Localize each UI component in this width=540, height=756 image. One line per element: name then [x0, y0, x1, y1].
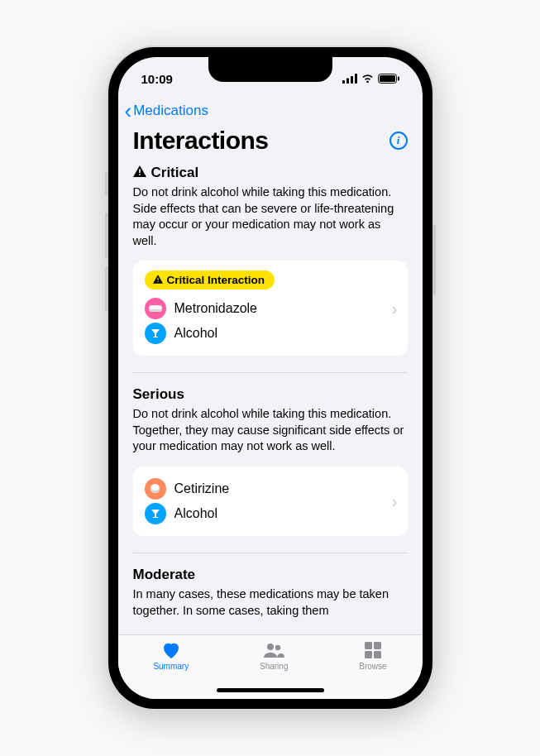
svg-rect-13 — [365, 642, 372, 649]
section-serious-desc: Do not drink alcohol while taking this m… — [133, 406, 408, 455]
status-time: 10:09 — [141, 72, 173, 86]
svg-rect-9 — [157, 278, 158, 280]
svg-point-11 — [267, 644, 274, 650]
tab-label: Summary — [153, 662, 189, 671]
title-row: Interactions i — [118, 127, 423, 163]
chevron-right-icon: › — [392, 491, 398, 510]
side-button-volume-up — [105, 213, 108, 258]
svg-rect-16 — [374, 651, 381, 658]
medication-pill-icon — [145, 478, 166, 500]
section-moderate-label: Moderate — [133, 567, 196, 583]
grid-icon — [365, 640, 381, 660]
svg-rect-10 — [157, 281, 158, 282]
medication-row: Alcohol — [145, 501, 399, 526]
alcohol-glass-icon — [145, 503, 166, 524]
divider — [133, 553, 408, 553]
page-title: Interactions — [133, 127, 269, 155]
medication-name: Alcohol — [174, 506, 217, 521]
medication-row: Cetirizine — [145, 476, 399, 501]
divider — [133, 372, 408, 373]
svg-rect-0 — [342, 80, 345, 84]
back-button[interactable]: ‹ Medications — [125, 100, 208, 122]
svg-rect-3 — [355, 74, 357, 84]
section-critical-header: Critical — [133, 165, 408, 181]
screen: 10:09 ‹ Medications Interaction — [118, 57, 423, 699]
svg-rect-8 — [139, 174, 141, 175]
svg-rect-6 — [398, 76, 399, 80]
side-button-volume-down — [105, 266, 108, 312]
tab-bar: Summary Sharing Browse — [118, 634, 423, 699]
svg-rect-1 — [346, 78, 349, 84]
back-label: Medications — [133, 103, 208, 119]
cellular-icon — [342, 72, 357, 86]
heart-icon — [161, 640, 181, 660]
medication-row: Alcohol — [145, 321, 399, 346]
battery-icon — [378, 72, 399, 86]
critical-badge: Critical Interaction — [145, 270, 275, 289]
svg-rect-5 — [380, 75, 395, 82]
medication-pill-icon — [145, 298, 166, 319]
alcohol-glass-icon — [145, 323, 166, 344]
chevron-right-icon: › — [392, 299, 398, 318]
wifi-icon — [361, 72, 375, 86]
tab-label: Browse — [359, 662, 386, 671]
side-button-power — [432, 225, 436, 295]
section-moderate-desc: In many cases, these medications may be … — [133, 586, 408, 619]
notch — [208, 57, 332, 82]
svg-rect-7 — [139, 170, 141, 174]
svg-rect-14 — [374, 642, 381, 649]
phone-frame: 10:09 ‹ Medications Interaction — [108, 47, 432, 709]
info-button[interactable]: i — [389, 132, 408, 150]
side-button-silence — [105, 171, 108, 196]
content-scroll[interactable]: Critical Do not drink alcohol while taki… — [118, 163, 423, 634]
critical-badge-label: Critical Interaction — [167, 274, 265, 286]
nav-bar: ‹ Medications — [118, 97, 423, 127]
section-critical-desc: Do not drink alcohol while taking this m… — [133, 184, 408, 249]
section-serious-label: Serious — [133, 386, 184, 403]
svg-point-12 — [275, 645, 280, 650]
svg-rect-15 — [365, 651, 372, 658]
medication-name: Cetirizine — [174, 481, 230, 496]
medication-name: Alcohol — [174, 326, 217, 341]
medication-name: Metronidazole — [174, 301, 258, 316]
section-critical-label: Critical — [151, 165, 199, 181]
medication-row: Metronidazole — [145, 296, 399, 321]
warning-triangle-icon — [133, 165, 146, 181]
tab-summary[interactable]: Summary — [153, 640, 189, 699]
interaction-card-critical[interactable]: Critical Interaction Metronidazole Alcoh… — [133, 261, 408, 356]
svg-rect-2 — [351, 76, 353, 84]
home-indicator[interactable] — [217, 688, 324, 692]
section-serious-header: Serious — [133, 386, 408, 403]
tab-label: Sharing — [260, 662, 288, 671]
section-moderate-header: Moderate — [133, 567, 408, 583]
warning-triangle-icon — [153, 274, 163, 286]
people-icon — [262, 640, 285, 660]
interaction-card-serious[interactable]: Cetirizine Alcohol › — [133, 467, 408, 536]
chevron-left-icon: ‹ — [125, 100, 132, 122]
tab-browse[interactable]: Browse — [359, 640, 386, 699]
